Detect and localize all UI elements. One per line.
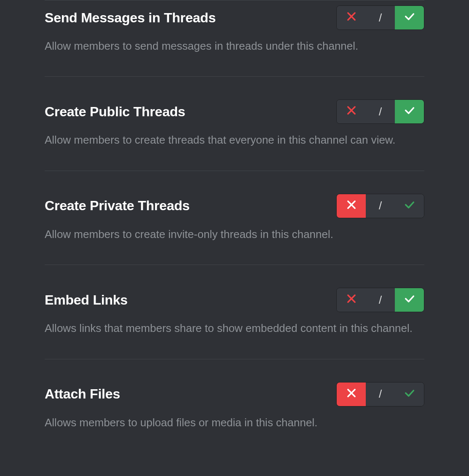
permission-toggle-group: / (336, 194, 424, 218)
permission-title: Create Public Threads (45, 104, 185, 120)
x-icon (346, 104, 357, 119)
x-icon (346, 11, 357, 25)
permission-description: Allow members to send messages in thread… (45, 38, 424, 53)
permission-row: Attach Files / Allows members to upload … (45, 359, 424, 453)
x-icon (346, 293, 357, 307)
permission-description: Allow members to create invite-only thre… (45, 227, 424, 242)
permission-title: Embed Links (45, 292, 128, 308)
allow-button[interactable] (395, 100, 424, 123)
permission-toggle-group: / (336, 288, 424, 312)
deny-button[interactable] (337, 6, 366, 29)
x-icon (346, 387, 357, 401)
permission-header: Send Messages in Threads / (45, 5, 424, 30)
check-icon (404, 11, 415, 25)
allow-button[interactable] (395, 6, 424, 29)
permission-title: Create Private Threads (45, 198, 190, 214)
permission-header: Embed Links / (45, 288, 424, 312)
deny-button[interactable] (337, 382, 366, 406)
allow-button[interactable] (395, 288, 424, 312)
check-icon (404, 104, 415, 119)
allow-button[interactable] (395, 382, 424, 406)
neutral-button[interactable]: / (366, 100, 395, 123)
neutral-button[interactable]: / (366, 6, 395, 29)
check-icon (404, 387, 415, 401)
neutral-button[interactable]: / (366, 382, 395, 406)
permission-description: Allows members to upload files or media … (45, 415, 424, 430)
permission-row: Embed Links / Allows links that members … (45, 265, 424, 358)
neutral-button[interactable]: / (366, 194, 395, 218)
x-icon (346, 199, 357, 213)
permission-row: Create Public Threads / Allow members to… (45, 76, 424, 170)
permission-toggle-group: / (336, 99, 424, 124)
permission-title: Send Messages in Threads (45, 10, 216, 26)
deny-button[interactable] (337, 288, 366, 312)
permission-toggle-group: / (336, 382, 424, 406)
check-icon (404, 199, 415, 213)
neutral-button[interactable]: / (366, 288, 395, 312)
allow-button[interactable] (395, 194, 424, 218)
deny-button[interactable] (337, 194, 366, 218)
permission-header: Attach Files / (45, 382, 424, 406)
permission-title: Attach Files (45, 386, 120, 402)
deny-button[interactable] (337, 100, 366, 123)
permission-row: Send Messages in Threads / Allow members… (45, 0, 424, 76)
permission-row: Create Private Threads / Allow members t… (45, 171, 424, 265)
permission-description: Allow members to create threads that eve… (45, 132, 424, 147)
permission-description: Allows links that members share to show … (45, 321, 424, 336)
permission-header: Create Private Threads / (45, 194, 424, 218)
permissions-list: Send Messages in Threads / Allow members… (0, 0, 469, 453)
permission-toggle-group: / (336, 5, 424, 30)
permission-header: Create Public Threads / (45, 99, 424, 124)
check-icon (404, 293, 415, 307)
